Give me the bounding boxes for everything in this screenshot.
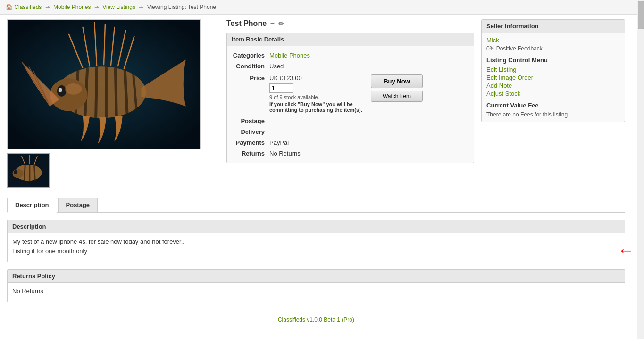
returns-policy-text: No Returns <box>12 288 620 295</box>
thumbnail-svg <box>8 154 49 188</box>
scrollbar[interactable] <box>637 0 644 332</box>
delivery-label: Delivery <box>232 128 269 135</box>
description-section-body: My test of a new iphone 4s, for sale now… <box>8 233 625 262</box>
payments-row: Payments PayPal <box>232 137 469 148</box>
action-buttons: Buy Now Watch Item <box>371 74 423 102</box>
breadcrumb: 🏠 Classifieds ➔ Mobile Phones ➔ View Lis… <box>0 0 644 15</box>
seller-info-box: Seller Information Mick 0% Positive Feed… <box>481 19 625 122</box>
seller-info-body: Mick 0% Positive Feedback Listing Contro… <box>482 33 625 122</box>
fee-text: There are no Fees for this listing. <box>486 111 620 118</box>
description-line-2: Listing if for one month only <box>12 248 620 255</box>
buy-warning: If you click "Buy Now" you will be commi… <box>269 101 364 113</box>
svg-point-11 <box>59 88 62 92</box>
returns-label: Returns <box>232 150 269 157</box>
add-note-link[interactable]: Add Note <box>486 82 620 89</box>
returns-row: Returns No Returns <box>232 148 469 159</box>
item-details-column: Test Phone – ✏ Item Basic Details Catego… <box>226 19 474 188</box>
edit-listing-link[interactable]: Edit Listing <box>486 66 620 73</box>
seller-column: Seller Information Mick 0% Positive Feed… <box>481 19 625 188</box>
tabs-bar: Description Postage <box>7 198 625 213</box>
payments-label: Payments <box>232 139 269 146</box>
listing-title-text: Test Phone <box>226 19 267 28</box>
images-column <box>7 19 219 188</box>
product-thumbnail[interactable] <box>7 153 50 188</box>
price-value: UK £123.00 <box>269 74 364 82</box>
tabs-section: Description Postage <box>7 198 625 213</box>
adjust-stock-link[interactable]: Adjust Stock <box>486 90 620 97</box>
edit-title-icon[interactable]: ✏ <box>278 20 284 27</box>
payments-value: PayPal <box>269 139 469 146</box>
postage-label: Postage <box>232 117 269 124</box>
footer: Classifieds v1.0.0 Beta 1 (Pro) <box>7 312 625 328</box>
svg-line-25 <box>24 165 25 181</box>
thumbnail-row <box>7 153 219 188</box>
description-section: Description My test of a new iphone 4s, … <box>7 220 625 262</box>
categories-label: Categories <box>232 52 269 59</box>
categories-row: Categories Mobile Phones <box>232 50 469 61</box>
description-line-1: My test of a new iphone 4s, for sale now… <box>12 238 620 245</box>
svg-point-22 <box>65 83 82 95</box>
svg-line-6 <box>116 68 117 116</box>
item-basic-details-header: Item Basic Details <box>227 33 474 46</box>
breadcrumb-classifieds[interactable]: Classifieds <box>14 4 42 10</box>
breadcrumb-mobile-phones[interactable]: Mobile Phones <box>53 4 91 10</box>
price-section: Price UK £123.00 9 of 9 stock available.… <box>232 72 469 116</box>
svg-point-28 <box>13 169 24 178</box>
current-fee-header: Current Value Fee <box>486 102 620 109</box>
postage-row: Postage <box>232 116 469 126</box>
returns-policy-body: No Returns <box>8 283 625 302</box>
quantity-input[interactable] <box>269 83 293 93</box>
price-label: Price <box>232 74 269 82</box>
returns-policy-header: Returns Policy <box>8 270 625 283</box>
listing-control-links: Edit Listing Edit Image Order Add Note A… <box>486 66 620 97</box>
breadcrumb-sep-3: ➔ <box>139 4 143 10</box>
condition-row: Condition Used <box>232 61 469 72</box>
breadcrumb-sep-1: ➔ <box>45 4 50 10</box>
svg-point-9 <box>50 78 87 111</box>
seller-name: Mick <box>486 37 620 44</box>
returns-policy-section: Returns Policy No Returns <box>7 269 625 302</box>
item-basic-details-box: Item Basic Details Categories Mobile Pho… <box>226 33 474 163</box>
tab-postage[interactable]: Postage <box>58 198 98 212</box>
feedback-text: 0% Positive Feedback <box>486 45 620 52</box>
scrollbar-thumb[interactable] <box>638 1 644 29</box>
seller-info-header: Seller Information <box>482 20 625 33</box>
svg-point-29 <box>14 170 17 174</box>
breadcrumb-current: Viewing Listing: Test Phone <box>147 4 216 10</box>
listing-control-header: Listing Control Menu <box>486 57 620 64</box>
breadcrumb-view-listings[interactable]: View Listings <box>102 4 135 10</box>
item-basic-details-body: Categories Mobile Phones Condition Used … <box>227 46 474 163</box>
title-separator: – <box>270 19 275 28</box>
condition-value: Used <box>269 63 469 70</box>
top-section: Test Phone – ✏ Item Basic Details Catego… <box>7 19 625 188</box>
delivery-row: Delivery <box>232 126 469 137</box>
svg-line-27 <box>34 165 35 181</box>
price-controls: UK £123.00 9 of 9 stock available. If yo… <box>269 74 364 113</box>
returns-value: No Returns <box>269 150 469 157</box>
categories-value: Mobile Phones <box>269 52 469 59</box>
main-product-image <box>7 19 201 149</box>
price-and-buttons: UK £123.00 9 of 9 stock available. If yo… <box>269 74 423 113</box>
main-content: Test Phone – ✏ Item Basic Details Catego… <box>0 15 632 332</box>
breadcrumb-sep-2: ➔ <box>94 4 99 10</box>
categories-link[interactable]: Mobile Phones <box>269 52 310 59</box>
footer-text: Classifieds v1.0.0 Beta 1 (Pro) <box>278 316 354 323</box>
condition-label: Condition <box>232 63 269 70</box>
watch-item-button[interactable]: Watch Item <box>371 91 423 102</box>
home-icon: 🏠 <box>6 4 13 10</box>
seller-name-link[interactable]: Mick <box>486 37 499 44</box>
listing-title: Test Phone – ✏ <box>226 19 474 28</box>
edit-image-order-link[interactable]: Edit Image Order <box>486 74 620 81</box>
tab-description[interactable]: Description <box>7 198 57 213</box>
product-image-svg <box>8 20 200 149</box>
description-section-header: Description <box>8 220 625 233</box>
svg-line-4 <box>96 66 97 118</box>
stock-info: 9 of 9 stock available. <box>269 94 364 100</box>
buy-now-button[interactable]: Buy Now <box>371 74 423 88</box>
